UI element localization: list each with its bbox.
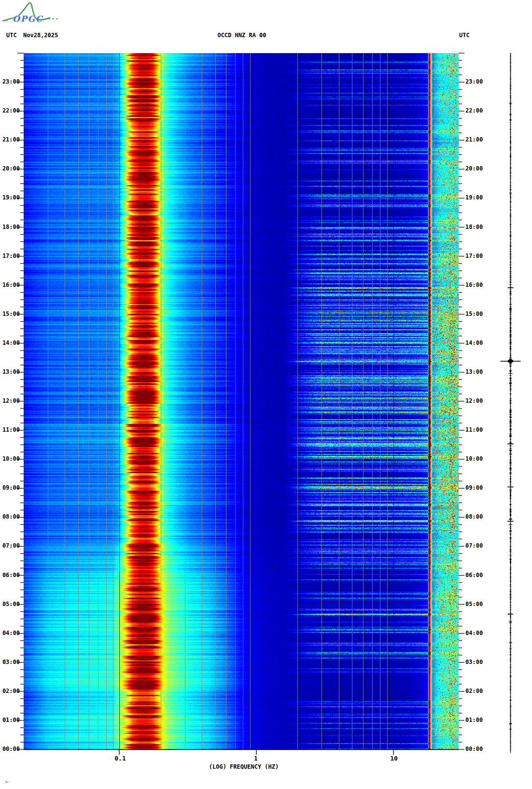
hour-label-left: 02:00 bbox=[0, 688, 20, 694]
hour-label-right: 07:00 bbox=[465, 542, 489, 549]
utc-label-left: UTC bbox=[6, 32, 17, 39]
hour-label-left: 16:00 bbox=[0, 282, 20, 288]
hour-label-right: 18:00 bbox=[465, 224, 489, 230]
hour-label-left: 03:00 bbox=[0, 659, 20, 665]
hour-label-left: 15:00 bbox=[0, 310, 20, 317]
hour-label-left: 22:00 bbox=[0, 107, 20, 114]
hour-label-left: 13:00 bbox=[0, 368, 20, 375]
spectrogram-heatmap bbox=[24, 53, 459, 749]
hour-label-right: 10:00 bbox=[465, 455, 489, 462]
xtick-10: 10 bbox=[387, 755, 401, 762]
hour-label-right: 20:00 bbox=[465, 165, 489, 172]
hour-label-right: 21:00 bbox=[465, 136, 489, 143]
xtick-1: 1 bbox=[251, 755, 261, 762]
hour-label-right: 03:00 bbox=[465, 659, 489, 665]
hour-label-right: 04:00 bbox=[465, 630, 489, 636]
hour-label-left: 12:00 bbox=[0, 397, 20, 404]
hour-label-left: 06:00 bbox=[0, 572, 20, 578]
hour-label-left: 08:00 bbox=[0, 513, 20, 520]
hour-label-left: 07:00 bbox=[0, 542, 20, 549]
hour-label-left: 00:00 bbox=[0, 746, 20, 752]
hour-label-right: 09:00 bbox=[465, 484, 489, 491]
hour-label-right: 05:00 bbox=[465, 601, 489, 607]
hour-label-right: 15:00 bbox=[465, 310, 489, 317]
hour-label-right: 16:00 bbox=[465, 282, 489, 288]
hour-label-left: 20:00 bbox=[0, 165, 20, 172]
hour-label-left: 09:00 bbox=[0, 484, 20, 491]
x-axis-title: (LOG) FREQUENCY (HZ) bbox=[200, 763, 287, 770]
hour-label-left: 10:00 bbox=[0, 455, 20, 462]
hour-label-left: 14:00 bbox=[0, 339, 20, 346]
hour-label-right: 22:00 bbox=[465, 107, 489, 114]
hour-label-right: 11:00 bbox=[465, 426, 489, 433]
hour-label-left: 11:00 bbox=[0, 426, 20, 433]
hour-label-right: 12:00 bbox=[465, 397, 489, 404]
seismogram-trace bbox=[491, 50, 532, 757]
hour-label-right: 00:00 bbox=[465, 746, 489, 752]
spectrogram-page: OPGC UTC Nov28,2025 OCCD HNZ RA 00 UTC 0… bbox=[0, 0, 532, 789]
hour-label-right: 06:00 bbox=[465, 572, 489, 578]
hour-label-right: 13:00 bbox=[465, 368, 489, 375]
hour-label-right: 02:00 bbox=[465, 688, 489, 694]
hour-label-right: 08:00 bbox=[465, 513, 489, 520]
opgc-logo: OPGC bbox=[2, 1, 60, 27]
hour-label-left: 04:00 bbox=[0, 630, 20, 636]
hour-label-left: 05:00 bbox=[0, 601, 20, 607]
date-label: Nov28,2025 bbox=[23, 32, 58, 39]
hour-label-right: 17:00 bbox=[465, 253, 489, 259]
hour-label-left: 01:00 bbox=[0, 717, 20, 723]
hour-label-left: 21:00 bbox=[0, 136, 20, 143]
station-code: OCCD HNZ RA 00 bbox=[194, 32, 290, 39]
hour-label-right: 01:00 bbox=[465, 717, 489, 723]
xtick-0-1: 0.1 bbox=[111, 755, 130, 762]
hour-label-left: 17:00 bbox=[0, 253, 20, 259]
hour-label-right: 14:00 bbox=[465, 339, 489, 346]
hour-label-left: 19:00 bbox=[0, 194, 20, 201]
hour-label-left: 23:00 bbox=[0, 78, 20, 85]
hour-label-right: 23:00 bbox=[465, 78, 489, 85]
hour-label-left: 18:00 bbox=[0, 224, 20, 230]
utc-label-right: UTC bbox=[459, 32, 470, 39]
hour-label-right: 19:00 bbox=[465, 194, 489, 201]
logo-text: OPGC bbox=[13, 14, 43, 24]
